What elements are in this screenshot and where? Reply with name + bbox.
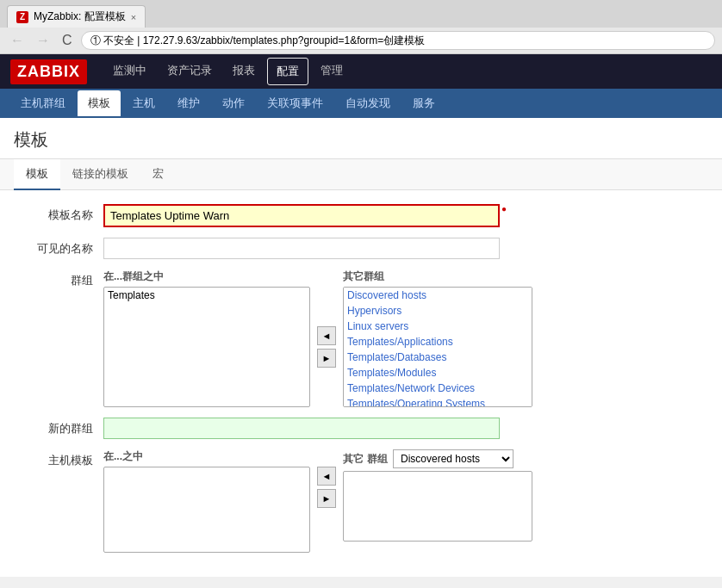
template-name-control xyxy=(103,204,500,227)
groups-in-option-templates[interactable]: Templates xyxy=(104,288,309,303)
host-templates-other-label: 其它 xyxy=(343,452,364,467)
groups-other-opt-tpl-os[interactable]: Templates/Operating Systems xyxy=(344,396,532,407)
host-templates-other-listbox[interactable] xyxy=(343,471,532,542)
nav-item-admin[interactable]: 管理 xyxy=(312,58,352,85)
new-group-control xyxy=(103,418,500,439)
host-templates-in-listbox[interactable] xyxy=(103,467,310,553)
ht-move-left-button[interactable]: ◄ xyxy=(317,467,336,486)
ht-move-right-button[interactable]: ► xyxy=(317,489,336,508)
page-content: 模板 模板 链接的模板 宏 模板名称 ● 可见的名称 群组 xyxy=(0,118,722,577)
nav-item-assets[interactable]: 资产记录 xyxy=(159,58,221,85)
form-tabs: 模板 链接的模板 宏 xyxy=(0,159,722,190)
host-templates-arrows: ◄ ► xyxy=(314,449,339,508)
tab-title: MyZabbix: 配置模板 xyxy=(34,9,126,24)
sub-nav-hostgroups[interactable]: 主机群组 xyxy=(10,90,76,116)
tab-favicon: Z xyxy=(16,11,28,23)
host-templates-other-col: 其它 群组 Discovered hosts xyxy=(343,449,532,542)
new-group-row: 新的群组 xyxy=(17,418,705,439)
visible-name-label: 可见的名称 xyxy=(17,238,103,257)
groups-in-column: 在...群组之中 Templates xyxy=(103,269,310,407)
groups-in-label: 在...群组之中 xyxy=(103,269,310,284)
sub-nav-discovery[interactable]: 自动发现 xyxy=(335,90,401,116)
refresh-button[interactable]: C xyxy=(59,31,76,50)
sub-nav-hosts[interactable]: 主机 xyxy=(122,90,165,116)
host-templates-container: 在...之中 ◄ ► 其它 群组 Discovered hosts xyxy=(103,449,532,553)
sub-nav-linked-events[interactable]: 关联项事件 xyxy=(257,90,333,116)
groups-other-opt-hypervisors[interactable]: Hypervisors xyxy=(344,303,532,319)
new-group-label: 新的群组 xyxy=(17,418,103,436)
groups-other-column: 其它群组 Discovered hosts Hypervisors Linux … xyxy=(343,269,532,407)
browser-chrome: Z MyZabbix: 配置模板 × ← → C xyxy=(0,0,722,54)
groups-container: 在...群组之中 Templates ◄ ► 其它群组 Discovered h… xyxy=(103,269,705,407)
main-nav-menu: 监测中 资产记录 报表 配置 管理 xyxy=(104,58,352,85)
address-bar: ← → C xyxy=(0,28,722,53)
group-bar-label: 群组 xyxy=(367,452,388,467)
required-indicator: ● xyxy=(501,204,507,214)
nav-item-config[interactable]: 配置 xyxy=(267,58,308,85)
host-templates-label: 主机模板 xyxy=(17,449,103,468)
tab-close-button[interactable]: × xyxy=(131,12,136,22)
groups-other-opt-discovered[interactable]: Discovered hosts xyxy=(344,288,532,303)
visible-name-control xyxy=(103,238,500,259)
tab-macros[interactable]: 宏 xyxy=(140,159,176,190)
template-name-input[interactable] xyxy=(103,204,500,227)
groups-other-opt-linux[interactable]: Linux servers xyxy=(344,319,532,334)
main-nav: ZABBIX 监测中 资产记录 报表 配置 管理 xyxy=(0,54,722,89)
groups-other-opt-tpl-app[interactable]: Templates/Applications xyxy=(344,334,532,350)
groups-section: 群组 在...群组之中 Templates ◄ ► 其它群组 xyxy=(17,269,705,407)
template-name-row: 模板名称 ● xyxy=(17,204,705,227)
groups-other-opt-tpl-net[interactable]: Templates/Network Devices xyxy=(344,381,532,396)
groups-other-opt-tpl-db[interactable]: Templates/Databases xyxy=(344,350,532,365)
visible-name-row: 可见的名称 xyxy=(17,238,705,259)
other-group-row: 其它 群组 Discovered hosts xyxy=(343,449,532,468)
forward-button[interactable]: → xyxy=(33,31,53,50)
visible-name-input[interactable] xyxy=(103,238,500,259)
groups-move-right-button[interactable]: ► xyxy=(317,349,336,368)
groups-other-listbox[interactable]: Discovered hosts Hypervisors Linux serve… xyxy=(343,287,532,407)
host-templates-in-col: 在...之中 xyxy=(103,449,310,553)
sub-nav-maintenance[interactable]: 维护 xyxy=(167,90,210,116)
page-title: 模板 xyxy=(0,118,722,159)
nav-item-reports[interactable]: 报表 xyxy=(224,58,264,85)
host-templates-section: 主机模板 在...之中 ◄ ► 其它 群组 xyxy=(17,449,705,553)
browser-tab[interactable]: Z MyZabbix: 配置模板 × xyxy=(7,5,146,28)
back-button[interactable]: ← xyxy=(7,31,28,50)
groups-other-label: 其它群组 xyxy=(343,269,532,284)
tab-linked-templates[interactable]: 链接的模板 xyxy=(60,159,140,190)
sub-nav-actions[interactable]: 动作 xyxy=(212,90,255,116)
groups-label: 群组 xyxy=(17,269,103,288)
groups-move-left-button[interactable]: ◄ xyxy=(317,326,336,345)
sub-nav: 主机群组 模板 主机 维护 动作 关联项事件 自动发现 服务 xyxy=(0,89,722,118)
tab-bar: Z MyZabbix: 配置模板 × xyxy=(0,0,722,28)
address-input[interactable] xyxy=(81,31,715,50)
form-body: 模板名称 ● 可见的名称 群组 在...群组之中 Templates xyxy=(0,190,722,577)
groups-in-listbox[interactable]: Templates xyxy=(103,287,310,407)
tab-template[interactable]: 模板 xyxy=(14,159,60,190)
host-templates-group-select[interactable]: Discovered hosts xyxy=(393,449,513,468)
zabbix-logo: ZABBIX xyxy=(10,59,87,84)
nav-item-monitor[interactable]: 监测中 xyxy=(104,58,155,85)
groups-other-opt-tpl-mod[interactable]: Templates/Modules xyxy=(344,365,532,381)
host-templates-in-label: 在...之中 xyxy=(103,449,310,464)
new-group-input[interactable] xyxy=(103,418,500,439)
sub-nav-templates[interactable]: 模板 xyxy=(78,90,121,116)
groups-arrows: ◄ ► xyxy=(314,309,339,368)
sub-nav-services[interactable]: 服务 xyxy=(402,90,445,116)
template-name-label: 模板名称 xyxy=(17,204,103,223)
